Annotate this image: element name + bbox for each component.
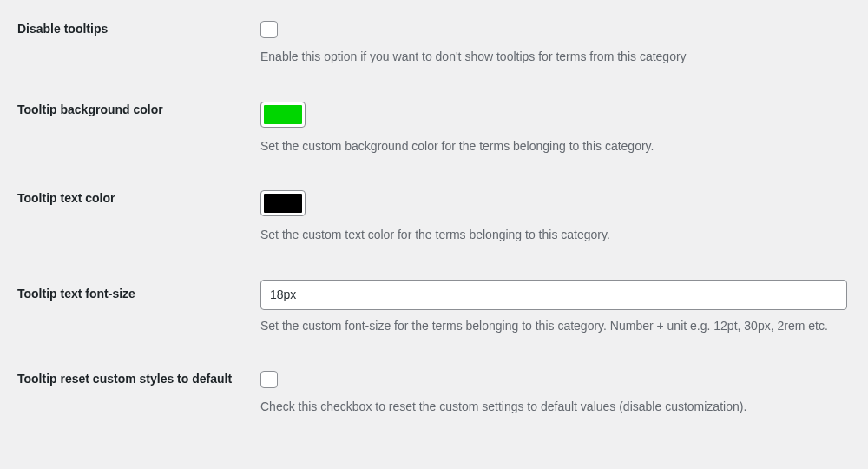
- label-bg-color: Tooltip background color: [17, 102, 260, 119]
- color-swatch-bg: [264, 105, 302, 124]
- row-reset: Tooltip reset custom styles to default C…: [17, 371, 851, 417]
- label-text-color: Tooltip text color: [17, 190, 260, 208]
- row-text-color: Tooltip text color Set the custom text c…: [17, 190, 851, 245]
- color-picker-bg[interactable]: [260, 102, 306, 128]
- color-picker-text[interactable]: [260, 190, 306, 216]
- label-disable-tooltips: Disable tooltips: [17, 21, 260, 38]
- content-reset: Check this checkbox to reset the custom …: [260, 371, 851, 417]
- description-text-color: Set the custom text color for the terms …: [260, 226, 851, 245]
- label-reset: Tooltip reset custom styles to default: [17, 371, 260, 388]
- content-disable-tooltips: Enable this option if you want to don't …: [260, 21, 851, 67]
- description-disable-tooltips: Enable this option if you want to don't …: [260, 48, 851, 67]
- content-bg-color: Set the custom background color for the …: [260, 102, 851, 156]
- row-font-size: Tooltip text font-size Set the custom fo…: [17, 280, 851, 336]
- description-font-size: Set the custom font-size for the terms b…: [260, 317, 851, 336]
- label-font-size: Tooltip text font-size: [17, 280, 260, 303]
- description-bg-color: Set the custom background color for the …: [260, 137, 851, 156]
- content-font-size: Set the custom font-size for the terms b…: [260, 280, 851, 336]
- row-bg-color: Tooltip background color Set the custom …: [17, 102, 851, 156]
- description-reset: Check this checkbox to reset the custom …: [260, 398, 851, 417]
- checkbox-reset[interactable]: [260, 371, 278, 388]
- color-swatch-text: [264, 194, 302, 213]
- checkbox-disable-tooltips[interactable]: [260, 21, 278, 38]
- input-font-size[interactable]: [260, 280, 847, 310]
- content-text-color: Set the custom text color for the terms …: [260, 190, 851, 245]
- row-disable-tooltips: Disable tooltips Enable this option if y…: [17, 21, 851, 67]
